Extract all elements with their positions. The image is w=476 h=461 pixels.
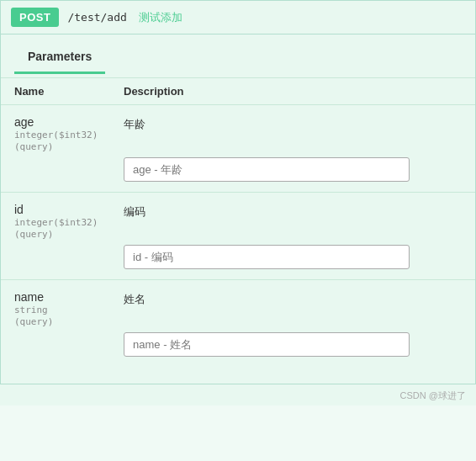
param-input-age[interactable] bbox=[124, 157, 410, 182]
footer-watermark: CSDN @球进了 bbox=[0, 384, 476, 405]
params-tab[interactable]: Parameters bbox=[14, 41, 105, 74]
param-location: (query) bbox=[14, 316, 124, 327]
col-desc-header: Description bbox=[124, 85, 462, 98]
param-top: age integer($int32) (query) 年龄 bbox=[14, 115, 462, 152]
param-description: 年龄 bbox=[124, 115, 145, 132]
param-location: (query) bbox=[14, 229, 124, 240]
param-name: id bbox=[14, 203, 124, 216]
param-name: age bbox=[14, 115, 124, 129]
param-name: name bbox=[14, 290, 124, 304]
param-left: id integer($int32) (query) bbox=[14, 203, 124, 240]
param-input-name[interactable] bbox=[124, 332, 410, 357]
param-left: age integer($int32) (query) bbox=[14, 115, 124, 152]
param-description: 姓名 bbox=[124, 290, 145, 307]
method-badge: POST bbox=[11, 8, 59, 27]
param-type: string bbox=[14, 305, 124, 315]
param-input-id[interactable] bbox=[124, 245, 410, 269]
params-container: age integer($int32) (query) 年龄 id intege… bbox=[1, 105, 475, 367]
param-description: 编码 bbox=[124, 203, 145, 220]
param-top: id integer($int32) (query) 编码 bbox=[14, 203, 462, 240]
table-header: Name Description bbox=[1, 77, 475, 105]
param-location: (query) bbox=[14, 141, 124, 152]
top-bar: POST /test/add 测试添加 bbox=[0, 0, 476, 34]
table-row: id integer($int32) (query) 编码 bbox=[1, 193, 475, 280]
param-top: name string (query) 姓名 bbox=[14, 290, 462, 327]
table-row: age integer($int32) (query) 年龄 bbox=[1, 105, 475, 193]
param-type: integer($int32) bbox=[14, 130, 124, 140]
main-content: Parameters Name Description age integer(… bbox=[0, 34, 476, 384]
col-name-header: Name bbox=[14, 85, 124, 98]
table-row: name string (query) 姓名 bbox=[1, 280, 475, 367]
endpoint-text: /test/add bbox=[67, 11, 126, 24]
description-text: 测试添加 bbox=[139, 10, 182, 25]
param-type: integer($int32) bbox=[14, 217, 124, 228]
param-left: name string (query) bbox=[14, 290, 124, 327]
